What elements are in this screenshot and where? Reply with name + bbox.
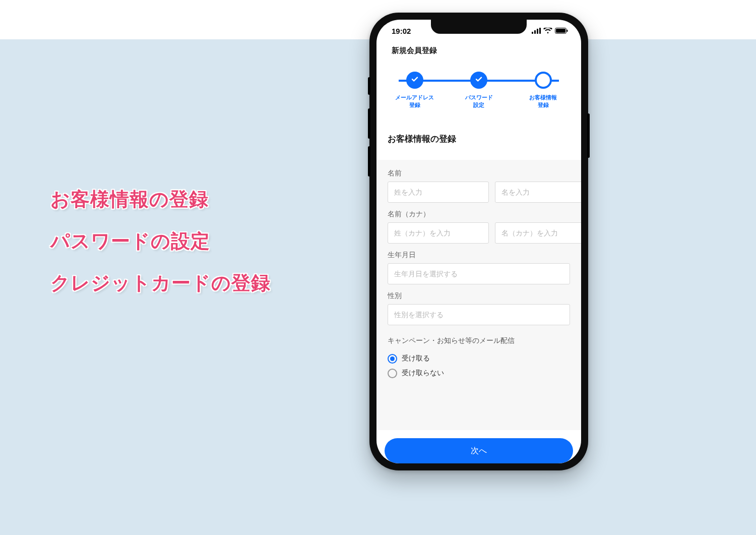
phone-notch bbox=[431, 20, 527, 34]
birth-label: 生年月日 bbox=[388, 251, 570, 260]
step-password-label: パスワード設定 bbox=[465, 94, 493, 109]
slide-line-1: お客様情報の登録 bbox=[50, 187, 271, 212]
phone-screen: 19:02 新規会員登録 bbox=[376, 20, 581, 463]
birth-field-group: 生年月日 bbox=[388, 251, 570, 284]
gender-field-group: 性別 bbox=[388, 291, 570, 325]
slide-line-2: パスワードの設定 bbox=[50, 228, 271, 254]
checkmark-icon bbox=[475, 75, 483, 85]
last-name-input[interactable] bbox=[388, 182, 489, 203]
name-label: 名前 bbox=[388, 169, 570, 178]
phone-power-button bbox=[587, 113, 590, 158]
first-name-kana-input[interactable] bbox=[495, 222, 581, 244]
slide-line-3: クレジットカードの登録 bbox=[50, 270, 271, 296]
mail-opt-label: キャンペーン・お知らせ等のメール配信 bbox=[388, 336, 570, 345]
page-title: 新規会員登録 bbox=[376, 42, 581, 63]
status-indicators bbox=[532, 28, 568, 34]
radio-selected-icon bbox=[388, 354, 397, 364]
section-heading: お客様情報の登録 bbox=[376, 113, 581, 160]
last-name-kana-input[interactable] bbox=[388, 222, 489, 244]
step-email-label: メールアドレス登録 bbox=[395, 94, 434, 109]
kana-field-group: 名前（カナ） bbox=[388, 210, 570, 244]
step-customer-info-circle bbox=[535, 72, 552, 89]
svg-rect-0 bbox=[532, 32, 533, 34]
radio-opt-out[interactable]: 受け取らない bbox=[388, 366, 570, 381]
gender-select-input[interactable] bbox=[388, 304, 570, 325]
step-password: パスワード設定 bbox=[455, 72, 503, 109]
svg-rect-2 bbox=[537, 29, 538, 34]
registration-form: 名前 名前（カナ） 生年月日 性別 bbox=[376, 160, 581, 430]
phone-volume-up bbox=[368, 108, 370, 139]
radio-opt-out-label: 受け取らない bbox=[402, 369, 444, 378]
kana-label: 名前（カナ） bbox=[388, 210, 570, 219]
name-field-group: 名前 bbox=[388, 169, 570, 203]
first-name-input[interactable] bbox=[495, 182, 581, 203]
radio-opt-in[interactable]: 受け取る bbox=[388, 351, 570, 366]
cellular-signal-icon bbox=[532, 28, 541, 34]
next-button-label: 次へ bbox=[471, 446, 487, 456]
phone-mute-switch bbox=[368, 77, 370, 95]
battery-icon bbox=[555, 28, 568, 34]
gender-label: 性別 bbox=[388, 291, 570, 301]
phone-volume-down bbox=[368, 146, 370, 176]
step-email: メールアドレス登録 bbox=[391, 72, 438, 109]
step-customer-info: お客様情報登録 bbox=[519, 72, 567, 109]
radio-opt-in-label: 受け取る bbox=[402, 354, 430, 363]
svg-rect-5 bbox=[556, 29, 565, 33]
svg-rect-1 bbox=[534, 30, 536, 34]
radio-unselected-icon bbox=[388, 369, 397, 378]
checkmark-icon bbox=[411, 75, 419, 85]
birth-date-input[interactable] bbox=[388, 263, 570, 284]
step-email-circle bbox=[406, 72, 423, 89]
slide-text-block: お客様情報の登録 パスワードの設定 クレジットカードの登録 bbox=[50, 187, 271, 296]
step-password-circle bbox=[470, 72, 487, 89]
progress-stepper: メールアドレス登録 パスワード設定 お客様情 bbox=[376, 63, 581, 113]
svg-rect-3 bbox=[539, 28, 541, 34]
mail-opt-group: キャンペーン・お知らせ等のメール配信 受け取る 受け取らない bbox=[388, 336, 570, 381]
phone-frame: 19:02 新規会員登録 bbox=[369, 13, 588, 470]
step-customer-info-label: お客様情報登録 bbox=[529, 94, 557, 109]
status-time: 19:02 bbox=[392, 27, 411, 35]
next-button[interactable]: 次へ bbox=[385, 438, 573, 463]
svg-rect-6 bbox=[567, 30, 568, 32]
wifi-icon bbox=[543, 28, 552, 34]
